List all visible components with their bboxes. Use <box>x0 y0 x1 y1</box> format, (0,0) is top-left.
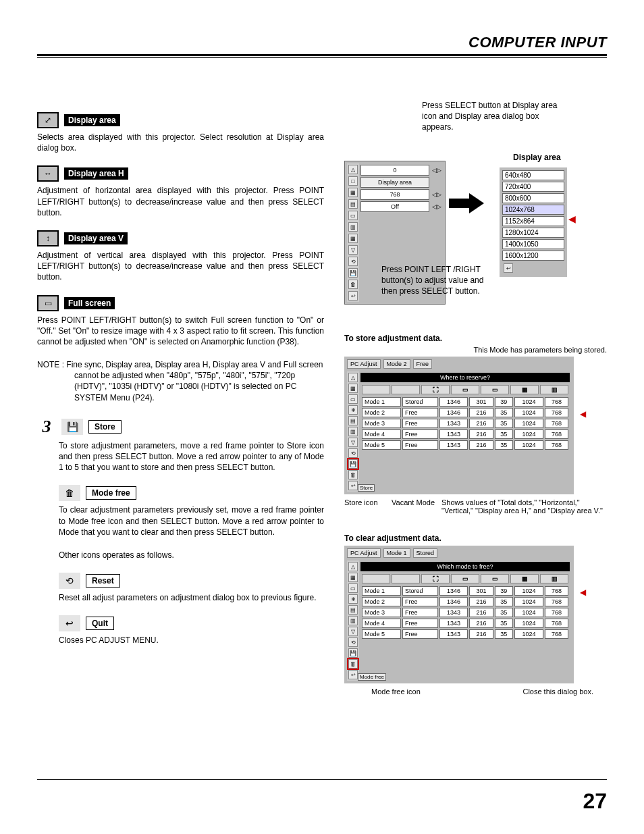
resolution-option: 640x480 <box>502 170 564 180</box>
resolution-option: 1152x864 <box>502 216 564 226</box>
panel-icon: ▭ <box>348 211 358 220</box>
store-highlight-icon: 💾 <box>348 459 358 469</box>
mode-free-text: To clear adjustment parameters previousl… <box>59 504 324 538</box>
full-screen-text: Press POINT LEFT/RIGHT button(s) to swit… <box>37 315 324 348</box>
display-area-icon: ⤢ <box>37 112 59 128</box>
fig2-mode-table: ⛶▭▭▦▥ <box>360 384 570 396</box>
display-area-v-label: Display area V <box>64 232 128 244</box>
adjust-arrows-icon: ◁▷ <box>432 191 441 198</box>
resolution-option: 1280x1024 <box>502 228 564 238</box>
full-screen-label: Full screen <box>64 297 115 309</box>
adjust-arrows-icon: ◁▷ <box>432 167 441 174</box>
fig2-caption-sub: This Mode has parameters being stored. <box>344 346 607 354</box>
table-row: Mode 1Stored1346301391024768 <box>362 397 568 407</box>
fig1-row-value: Off <box>360 201 429 212</box>
resolution-option: 1600x1200 <box>502 251 564 261</box>
fig3-status: Stored <box>413 548 438 558</box>
figure-display-area: Press SELECT button at Display area icon… <box>344 112 607 321</box>
fig2-annot-store-icon: Store icon <box>344 498 385 515</box>
header-rule-thin <box>37 57 607 58</box>
reset-label: Reset <box>86 574 120 588</box>
scroll-down-icon: ▽ <box>348 438 358 447</box>
fig1-resolution-title: Display area <box>513 153 561 162</box>
reset-text: Reset all adjust parameters on adjustmen… <box>59 592 324 603</box>
fig2-mode-name: Mode 2 <box>383 359 410 369</box>
quit-label: Quit <box>86 617 114 630</box>
adjust-arrows-icon: ◁▷ <box>432 203 441 210</box>
fig1-row-label: Display area <box>360 177 429 188</box>
quit-text: Closes PC ADJUST MENU. <box>59 635 324 646</box>
panel-icon: ↩ <box>348 291 358 301</box>
fig3-menu-name: PC Adjust <box>347 548 381 558</box>
fig3-annot-mode-free-icon: Mode free icon <box>371 687 421 696</box>
mode-free-icon: 🗑 <box>59 485 80 501</box>
fig2-menu-name: PC Adjust <box>347 359 381 369</box>
store-icon: 💾 <box>61 419 83 435</box>
fig2-annot-values: Shows values of "Total dots," "Horizonta… <box>441 498 607 515</box>
figure-clear-data: To clear adjustment data. PC Adjust Mode… <box>344 533 607 696</box>
panel-icon: ▦ <box>348 188 358 197</box>
scroll-up-icon: △ <box>348 373 358 382</box>
display-area-v-text: Adjustment of vertical area displayed wi… <box>37 250 324 283</box>
table-row: Mode 3Free1343216351024768 <box>362 419 568 428</box>
resolution-option: 1400x1050 <box>502 239 564 249</box>
table-row: Mode 5Free1343216351024768 <box>362 629 568 639</box>
fig3-mode-table: ⛶▭▭▦▥ <box>360 573 570 585</box>
quit-icon: ↩ <box>59 615 80 631</box>
fig1-resolution-list: 640x480 720x400 800x600 1024x768 1152x86… <box>500 167 567 277</box>
fig2-status: Free <box>413 359 433 369</box>
resolution-option: 1024x768 <box>502 205 564 215</box>
display-area-h-icon: ↔ <box>37 165 59 182</box>
step-number-3: 3 <box>37 417 56 437</box>
table-row: Mode 5Free1343216351024768 <box>362 440 568 450</box>
fig3-annot-close: Close this dialog box. <box>522 687 593 696</box>
fig1-row-value: 768 <box>360 189 429 200</box>
page-number: 27 <box>583 789 607 814</box>
panel-icon: ▤ <box>348 199 358 209</box>
store-text: To store adjustment parameters, move a r… <box>59 440 324 473</box>
table-row: Mode 4Free1343216351024768 <box>362 619 568 628</box>
panel-icon: □ <box>348 176 358 186</box>
table-row: Mode 2Free1346216351024768 <box>362 597 568 606</box>
figure-store-data: To store adjustment data. This Mode has … <box>344 334 607 515</box>
fig2-annot-vacant-mode: Vacant Mode <box>392 498 435 515</box>
display-area-h-text: Adjustment of horizontal area displayed … <box>37 185 324 218</box>
display-area-text: Selects area displayed with this project… <box>37 132 324 153</box>
scroll-up-icon: △ <box>348 562 358 571</box>
panel-icon: 💾 <box>348 268 358 278</box>
store-label: Store <box>88 420 122 434</box>
panel-icon: ⟲ <box>348 257 358 266</box>
mode-free-label: Mode free <box>86 486 136 500</box>
fig1-caption-top: Press SELECT button at Display area icon… <box>422 100 570 133</box>
panel-icon: ▥ <box>348 222 358 232</box>
fig3-title: To clear adjustment data. <box>344 533 607 543</box>
resolution-option: 800x600 <box>502 193 564 203</box>
fig2-row-label: Store <box>358 484 375 492</box>
scroll-down-icon: ▽ <box>348 627 358 636</box>
note-text: NOTE : Fine sync, Display area, Display … <box>37 359 324 403</box>
other-icons-text: Other icons operates as follows. <box>59 550 324 561</box>
header-rule-thick <box>37 54 607 56</box>
scroll-down-icon: ▽ <box>348 245 358 255</box>
pointer-arrow-icon: ◀ <box>580 588 586 597</box>
table-row: Mode 3Free1343216351024768 <box>362 608 568 617</box>
table-row: Mode 2Free1346216351024768 <box>362 408 568 417</box>
scroll-up-icon: △ <box>348 165 358 174</box>
table-row: Mode 1Stored1346301391024768 <box>362 586 568 596</box>
table-row: Mode 4Free1343216351024768 <box>362 429 568 439</box>
footer-rule <box>37 779 607 780</box>
big-right-arrow-icon <box>449 193 489 213</box>
display-area-h-label: Display area H <box>64 167 128 180</box>
mode-free-highlight-icon: 🗑 <box>348 659 358 669</box>
fig1-caption-mid: Press POINT LEFT /RIGHT button(s) to adj… <box>381 264 500 297</box>
panel-icon: 🗑 <box>348 280 358 289</box>
panel-icon: ▦ <box>348 234 358 243</box>
page-header-title: COMPUTER INPUT <box>37 34 607 54</box>
pointer-arrow-icon: ◀ <box>580 409 586 419</box>
fig3-mode-name: Mode 1 <box>383 548 410 558</box>
fig3-question-title: Which mode to free? <box>360 562 570 571</box>
reset-icon: ⟲ <box>59 573 80 589</box>
display-area-v-icon: ↕ <box>37 230 59 246</box>
display-area-label: Display area <box>64 114 120 126</box>
full-screen-icon: ▭ <box>37 295 59 311</box>
